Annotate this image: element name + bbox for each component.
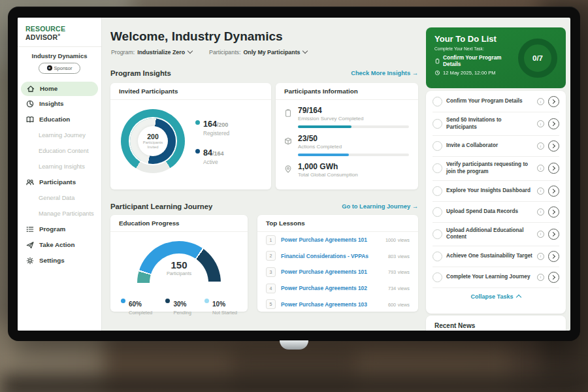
sidebar-item-label: General Data: [39, 195, 74, 201]
sponsor-badge: ✦ Sponsor: [39, 63, 80, 74]
todo-title: Your To Do List: [434, 34, 519, 44]
sidebar-item-program[interactable]: Program: [18, 221, 101, 237]
lesson-views: 803: [388, 253, 396, 259]
sidebar-item-participants[interactable]: Participants: [18, 174, 101, 190]
todo-task-row: Achieve One Sustainability Target i: [433, 246, 559, 267]
participants-filter[interactable]: Participants:Only My Participants: [209, 49, 307, 56]
task-checkbox[interactable]: [433, 252, 442, 261]
lesson-link[interactable]: Power Purchase Agreements 103: [281, 301, 367, 308]
task-checkbox[interactable]: [433, 229, 442, 239]
info-icon: i: [537, 188, 544, 195]
task-open-button[interactable]: [548, 251, 559, 262]
arrow-right-icon: →: [412, 203, 418, 210]
collapse-tasks-link[interactable]: Collapse Tasks: [426, 288, 566, 302]
task-checkbox[interactable]: [433, 163, 442, 173]
book-icon: [25, 115, 35, 124]
logo-sup: +: [57, 33, 60, 37]
sidebar-item-label: Settings: [39, 257, 65, 264]
lesson-link[interactable]: Power Purchase Agreements 101: [281, 269, 367, 275]
consumption-value: 1,000 GWh: [298, 162, 409, 171]
actions-value: 23/50: [298, 134, 409, 143]
sidebar-item-learning-journey[interactable]: Learning Journey: [18, 127, 101, 143]
todo-hero-card: Your To Do List Complete Your Next Task:…: [426, 27, 566, 88]
task-open-button[interactable]: [548, 140, 559, 152]
task-label: Invite a Collaborator: [446, 142, 533, 150]
lesson-link[interactable]: Power Purchase Agreements 102: [281, 285, 367, 291]
invited-center-label: Participants Invited: [138, 140, 168, 150]
task-label: Verify participants requesting to join t…: [446, 161, 533, 175]
task-checkbox[interactable]: [433, 141, 442, 151]
task-label: Send 50 Invitations to Participants: [446, 117, 533, 131]
org-name: Industry Dynamics: [18, 52, 101, 59]
info-icon: i: [537, 208, 544, 216]
lesson-link[interactable]: Financial Considerations - VPPAs: [281, 253, 368, 259]
lesson-row: 5 Power Purchase Agreements 103 600 view…: [257, 296, 418, 312]
task-open-button[interactable]: [548, 186, 559, 197]
sidebar-item-education-content[interactable]: Education Content: [18, 143, 101, 159]
completed-label: Completed: [129, 310, 152, 316]
task-checkbox[interactable]: [433, 97, 442, 106]
sidebar-item-settings[interactable]: Settings: [18, 253, 101, 269]
task-open-button[interactable]: [548, 96, 559, 107]
sidebar-item-education[interactable]: Education: [18, 112, 101, 127]
info-icon: i: [537, 98, 544, 105]
task-checkbox[interactable]: [433, 119, 442, 129]
task-open-button[interactable]: [548, 272, 559, 283]
todo-progress-value: 0/7: [532, 54, 543, 62]
info-row-actions: 23/50 Actions Completed: [276, 128, 418, 156]
go-to-learning-journey-link[interactable]: Go to Learning Journey →: [342, 203, 418, 210]
task-open-button[interactable]: [548, 229, 559, 240]
sidebar-item-insights[interactable]: Insights: [18, 96, 101, 112]
lesson-row: 2 Financial Considerations - VPPAs 803 v…: [257, 248, 418, 265]
sidebar-item-learning-insights[interactable]: Learning Insights: [18, 159, 101, 174]
section-title: Program Insights: [110, 69, 171, 77]
background-shadow-bottom: [0, 374, 588, 392]
logo-secondary: ADVISOR: [25, 33, 57, 41]
sidebar-item-home[interactable]: Home: [21, 82, 98, 96]
sidebar-item-take-action[interactable]: Take Action: [18, 237, 101, 253]
task-label: Achieve One Sustainability Target: [446, 253, 533, 260]
program-filter[interactable]: Program:Industrialize Zero: [111, 49, 192, 56]
todo-task-row: Upload Additional Educational Content i: [433, 223, 559, 246]
task-open-button[interactable]: [548, 163, 559, 174]
sidebar-item-label: Home: [40, 85, 57, 92]
task-open-button[interactable]: [548, 206, 559, 218]
invited-center-value: 200: [147, 133, 159, 140]
education-gauge-chart: 150 Participants: [110, 238, 248, 289]
task-label: Upload Additional Educational Content: [446, 227, 533, 241]
info-icon: i: [537, 253, 544, 260]
lesson-views: 734: [388, 286, 396, 291]
logo-primary: RESOURCE: [25, 25, 65, 33]
lesson-views-suffix: views: [398, 237, 410, 243]
info-icon: i: [537, 231, 544, 238]
todo-task-row: Send 50 Invitations to Participants i: [433, 112, 559, 136]
consumption-label: Total Global Consumption: [298, 172, 409, 178]
pending-pct: 30%: [173, 301, 186, 308]
sidebar-nav: Home Insights Education Learning Journey…: [18, 82, 101, 269]
recent-news-title: Recent News: [426, 316, 566, 329]
info-row-survey: 79/164 Emission Survey Completed: [276, 100, 418, 128]
gear-icon: [25, 256, 35, 265]
task-label: Explore Your Insights Dashboard: [446, 188, 533, 195]
info-icon: i: [537, 274, 544, 281]
lesson-row: 3 Power Purchase Agreements 101 793 view…: [257, 264, 418, 280]
lesson-views: 600: [388, 302, 396, 308]
sidebar-item-manage-participants[interactable]: Manage Participants: [18, 206, 101, 221]
sidebar-item-label: Insights: [39, 100, 64, 107]
section-title: Participant Learning Journey: [110, 203, 212, 210]
program-filter-value: Industrialize Zero: [137, 49, 185, 56]
task-checkbox[interactable]: [433, 207, 442, 217]
task-checkbox[interactable]: [433, 186, 442, 196]
task-checkbox[interactable]: [433, 272, 442, 282]
chevron-up-icon: [516, 295, 521, 300]
card-title: Participants Information: [276, 83, 418, 100]
learning-journey-header: Participant Learning Journey Go to Learn…: [110, 203, 418, 210]
insights-icon: [25, 99, 35, 108]
check-more-insights-link[interactable]: Check More Insights →: [351, 70, 418, 76]
sidebar-item-label: Education: [39, 116, 70, 123]
task-open-button[interactable]: [548, 118, 559, 129]
clock-icon: [434, 70, 440, 76]
lesson-link[interactable]: Power Purchase Agreements 101: [281, 237, 367, 243]
invited-donut-chart: 200 Participants Invited 164/200 Registe…: [110, 100, 271, 173]
sidebar-item-general-data[interactable]: General Data: [18, 190, 101, 206]
